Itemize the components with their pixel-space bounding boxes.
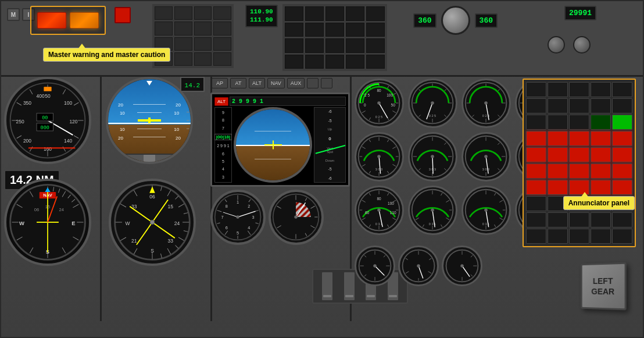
marker-btn[interactable]	[346, 55, 364, 69]
btn-grid-cell[interactable]	[194, 6, 212, 20]
annun-cell[interactable]	[591, 98, 611, 113]
annun-cell-green[interactable]	[591, 115, 611, 130]
annun-cell-red[interactable]	[569, 131, 589, 146]
marker-btn[interactable]	[325, 38, 344, 53]
right-knob-2[interactable]	[573, 36, 591, 54]
throttle-lever-1[interactable]	[321, 272, 333, 301]
annun-cell[interactable]	[612, 212, 632, 227]
btn-grid-cell[interactable]	[174, 52, 192, 66]
svg-point-264	[431, 208, 434, 212]
adi-slider-handle[interactable]	[144, 155, 155, 162]
at-button[interactable]: AT	[230, 78, 246, 88]
annun-cell[interactable]	[569, 98, 589, 113]
annun-cell[interactable]	[612, 82, 632, 97]
nav-button[interactable]: NAV	[267, 78, 285, 88]
marker-btn[interactable]	[305, 6, 324, 21]
btn-grid-cell[interactable]	[194, 52, 212, 66]
marker-btn[interactable]	[346, 6, 364, 21]
btn-grid-cell[interactable]	[213, 52, 231, 66]
annun-cell[interactable]	[591, 229, 611, 244]
marker-btn[interactable]	[285, 6, 303, 21]
annun-cell-red[interactable]	[569, 163, 589, 179]
heading-knob[interactable]	[441, 6, 470, 35]
annun-cell[interactable]	[526, 82, 546, 97]
annun-cell[interactable]	[526, 115, 546, 130]
annun-cell[interactable]	[548, 229, 568, 244]
annun-cell-green-bright[interactable]	[612, 115, 632, 130]
btn-grid-cell[interactable]	[174, 6, 192, 20]
marker-btn[interactable]	[285, 23, 303, 37]
right-panel: 80 100 50 0 2 5 0 2 5	[353, 77, 638, 321]
annun-cell-red[interactable]	[526, 147, 546, 162]
annun-cell[interactable]	[526, 229, 546, 244]
annun-cell-red[interactable]	[548, 131, 568, 146]
annun-cell-red[interactable]	[612, 147, 632, 162]
annun-cell[interactable]	[526, 212, 546, 227]
annun-cell-red[interactable]	[569, 147, 589, 162]
marker-btn[interactable]	[305, 38, 324, 53]
extra-btn-1[interactable]	[307, 78, 319, 88]
alt-button[interactable]: ALT	[249, 78, 265, 88]
annun-cell[interactable]	[526, 98, 546, 113]
btn-grid-cell[interactable]	[213, 37, 231, 51]
marker-btn[interactable]	[366, 38, 385, 53]
annun-cell-red[interactable]	[591, 180, 611, 195]
marker-btn[interactable]	[346, 38, 364, 53]
marker-btn[interactable]	[285, 55, 303, 69]
marker-btn[interactable]	[285, 38, 303, 53]
m-button[interactable]: M	[7, 8, 20, 21]
annun-cell-red[interactable]	[526, 131, 546, 146]
annun-cell-red[interactable]	[548, 163, 568, 179]
btn-grid-cell[interactable]	[155, 22, 173, 35]
marker-btn[interactable]	[325, 23, 344, 37]
btn-grid-cell[interactable]	[213, 6, 231, 20]
marker-btn[interactable]	[346, 23, 364, 37]
annun-cell[interactable]	[591, 82, 611, 97]
aux-button[interactable]: AUX	[287, 78, 305, 88]
annun-cell-red[interactable]	[612, 163, 632, 179]
btn-grid-cell[interactable]	[174, 37, 192, 51]
marker-btn[interactable]	[305, 55, 324, 69]
marker-btn[interactable]	[325, 6, 344, 21]
annun-cell-red[interactable]	[548, 147, 568, 162]
btn-grid-cell[interactable]	[194, 37, 212, 51]
annun-cell-red[interactable]	[548, 180, 568, 195]
annun-cell[interactable]	[591, 212, 611, 227]
annun-cell[interactable]	[548, 212, 568, 227]
annun-cell-red[interactable]	[591, 163, 611, 179]
right-knob-1[interactable]	[548, 36, 565, 54]
master-warning-light[interactable]	[37, 12, 66, 29]
annun-cell[interactable]	[548, 115, 568, 130]
annun-cell-red[interactable]	[591, 131, 611, 146]
extra-btn-2[interactable]	[321, 78, 332, 88]
annun-cell-red[interactable]	[591, 147, 611, 162]
master-caution-light[interactable]	[70, 12, 99, 29]
btn-grid-cell[interactable]	[155, 6, 173, 20]
btn-grid-cell[interactable]	[194, 22, 212, 35]
annun-cell[interactable]	[612, 229, 632, 244]
btn-grid-cell[interactable]	[213, 22, 231, 35]
annun-cell[interactable]	[612, 98, 632, 113]
btn-grid-cell[interactable]	[174, 22, 192, 35]
annun-cell[interactable]	[526, 196, 546, 211]
annun-cell-red[interactable]	[526, 163, 546, 179]
annun-cell[interactable]	[569, 115, 589, 130]
annun-cell-red[interactable]	[526, 180, 546, 195]
annun-cell[interactable]	[548, 98, 568, 113]
annun-cell[interactable]	[569, 82, 589, 97]
left-gear-handle[interactable]: LEFTGEAR	[581, 262, 627, 311]
svg-text:1: 1	[237, 200, 239, 205]
marker-btn[interactable]	[366, 6, 385, 21]
marker-btn[interactable]	[366, 23, 385, 37]
annun-cell[interactable]	[569, 229, 589, 244]
annun-cell-red[interactable]	[612, 180, 632, 195]
annun-cell[interactable]	[569, 212, 589, 227]
marker-btn[interactable]	[325, 55, 344, 69]
red-warning-button[interactable]	[115, 7, 131, 23]
ap-button[interactable]: AP	[212, 78, 228, 88]
marker-btn[interactable]	[366, 55, 385, 69]
annun-cell-red[interactable]	[612, 131, 632, 146]
annun-cell[interactable]	[548, 82, 568, 97]
bottom-gauge-1	[355, 246, 395, 286]
marker-btn[interactable]	[305, 23, 324, 37]
